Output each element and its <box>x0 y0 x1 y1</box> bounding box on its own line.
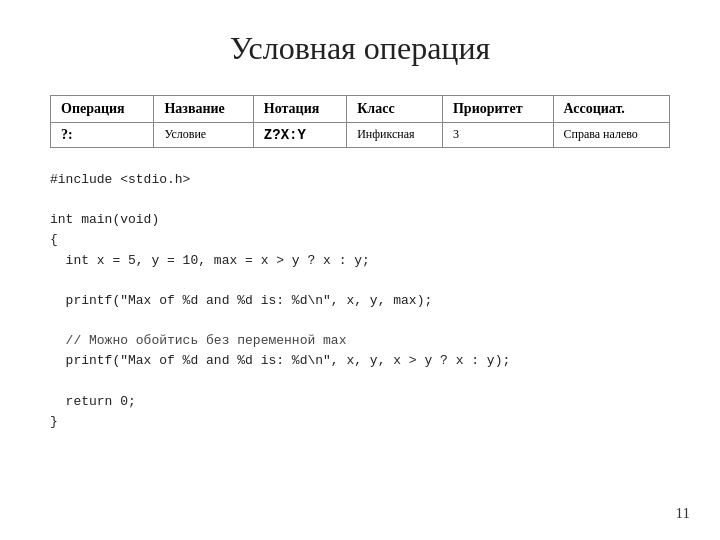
col-header-operation: Операция <box>51 96 154 123</box>
cell-notation: Z?X:Y <box>253 123 346 148</box>
cell-priority: 3 <box>442 123 553 148</box>
col-header-assoc: Ассоциат. <box>553 96 669 123</box>
operations-table: Операция Название Нотация Класс Приорите… <box>50 95 670 148</box>
col-header-notation: Нотация <box>253 96 346 123</box>
col-header-name: Название <box>154 96 253 123</box>
cell-class: Инфиксная <box>347 123 443 148</box>
code-block: #include <stdio.h> int main(void) { int … <box>50 170 670 432</box>
cell-name: Условие <box>154 123 253 148</box>
slide-container: Условная операция Операция Название Нота… <box>0 0 720 540</box>
table-row: ?: Условие Z?X:Y Инфиксная 3 Справа нале… <box>51 123 670 148</box>
col-header-class: Класс <box>347 96 443 123</box>
slide-title: Условная операция <box>50 30 670 67</box>
cell-operation: ?: <box>51 123 154 148</box>
page-number: 11 <box>676 505 690 522</box>
cell-assoc: Справа налево <box>553 123 669 148</box>
col-header-priority: Приоритет <box>442 96 553 123</box>
